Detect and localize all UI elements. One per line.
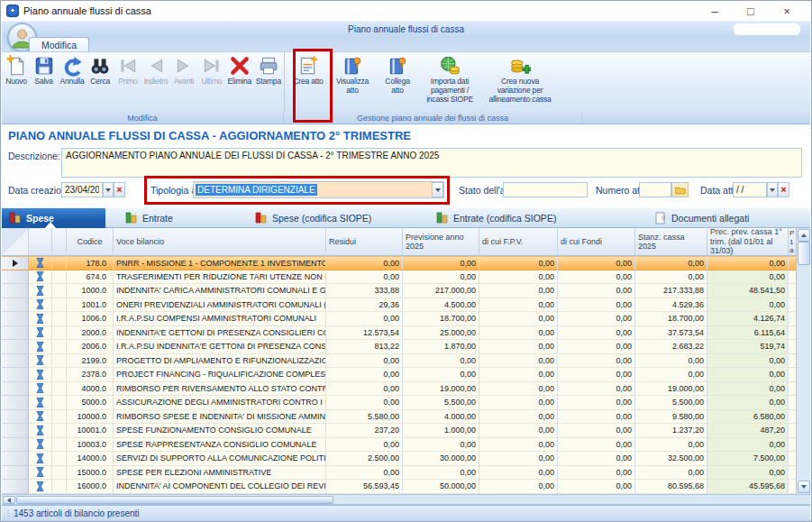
row-selector[interactable]	[2, 312, 29, 326]
tipologia-atto-dropdown-button[interactable]	[432, 182, 443, 197]
cell-fpv: 0,00	[479, 396, 558, 410]
scroll-down-button[interactable]	[798, 481, 810, 493]
cell-fondi: 0,00	[558, 382, 635, 397]
table-row[interactable]: 1001.0 ONERI PREVIDENZIALI AMMINISTRATOR…	[2, 298, 810, 313]
table-row[interactable]: 2199.0 PROGETTO DI AMPLIAMENTO E RIFUNZI…	[2, 354, 810, 369]
table-row[interactable]: 4000.0 RIMBORSO PER RIVERSAMENTO ALLO ST…	[2, 382, 810, 397]
vertical-scroll-thumb[interactable]	[798, 242, 810, 265]
status-bar: ⋮ 1453 articoli di bilancio presenti	[2, 505, 810, 520]
row-selector[interactable]	[2, 270, 29, 285]
grid-body: 178.0 PNRR - MISSIONE 1 - COMPONENTE 1 I…	[2, 256, 810, 494]
table-row[interactable]: 5000.0 ASSICURAZIONE DEGLI AMMINISTRATOR…	[2, 396, 810, 410]
scroll-left-button[interactable]	[3, 496, 15, 504]
row-selector[interactable]	[2, 326, 29, 341]
row-selector[interactable]	[2, 284, 29, 298]
row-blank-cell	[52, 424, 67, 438]
descrizione-field[interactable]: AGGIORNAMENTO PIANO ANNUALE DEI FLUSSI D…	[61, 148, 802, 178]
vertical-scrollbar[interactable]	[796, 228, 810, 494]
cell-previsione: 18.700,00	[403, 312, 479, 326]
row-selector[interactable]	[2, 256, 29, 270]
select-all-corner[interactable]	[2, 228, 29, 256]
elimina-button[interactable]: Elimina	[227, 53, 252, 88]
cell-fpv: 0,00	[479, 438, 558, 453]
data-creazione-field[interactable]	[61, 182, 103, 197]
row-icon-cell	[29, 312, 52, 326]
stato-atto-field[interactable]	[503, 182, 588, 197]
salva-button[interactable]: Salva	[32, 53, 57, 88]
cell-residui: 29,36	[326, 298, 403, 313]
scroll-up-button[interactable]	[798, 229, 810, 242]
row-selector[interactable]	[2, 438, 29, 453]
cell-residui: 0,00	[326, 256, 403, 270]
cell-voce-bilancio: RIMBORSO SPESE E INDENNITA' DI MISSIONE …	[114, 410, 326, 425]
cell-residui: 2.500,00	[326, 452, 403, 466]
row-selector[interactable]	[2, 452, 29, 466]
header-previsione[interactable]: Previsione anno 2025	[403, 228, 479, 256]
table-row[interactable]: 10003.0 SPESE RAPPRESENTANZA CONSIGLIO C…	[2, 438, 810, 453]
crea-variazione-button[interactable]: Crea nuova variazione per allineamento c…	[483, 53, 557, 105]
cerca-button[interactable]: Cerca	[87, 53, 113, 88]
data-atto-field[interactable]	[733, 182, 767, 197]
visualizza-atto-button[interactable]: Visualizza atto	[330, 53, 375, 97]
data-atto-clear-button[interactable]: ×	[778, 182, 789, 197]
horizontal-scroll-thumb[interactable]	[16, 496, 333, 504]
nuovo-button[interactable]: Nuovo	[4, 53, 29, 88]
table-row[interactable]: 14000.0 SERVIZI DI SUPPORTO ALLA COMUNIC…	[2, 452, 810, 466]
horizontal-scrollbar[interactable]	[2, 494, 810, 505]
data-creazione-clear-button[interactable]: ×	[114, 182, 125, 197]
collega-atto-button[interactable]: Collega atto	[379, 53, 416, 97]
tab-entrate-siope[interactable]: Entrate (codifica SIOPE)	[436, 208, 556, 228]
stampa-button[interactable]: Stampa	[255, 53, 282, 88]
table-row[interactable]: 16000.0 INDENNITA' AI COMPONENTI DEL COL…	[2, 480, 810, 494]
table-row[interactable]: 2378.0 PROJECT FINANCING - RIQUALIFICAZI…	[2, 368, 810, 382]
row-selector[interactable]	[2, 410, 29, 425]
header-codice[interactable]: Codice	[67, 228, 114, 256]
row-selector[interactable]	[2, 382, 29, 397]
numero-atto-field[interactable]	[639, 182, 671, 197]
row-selector[interactable]	[2, 424, 29, 438]
header-stanz-cassa[interactable]: Stanz. cassa 2025	[635, 228, 707, 256]
table-row[interactable]: 10001.0 SPESE FUNZIONAMENTO CONSIGLIO CO…	[2, 424, 810, 438]
row-selector[interactable]	[2, 466, 29, 481]
table-row[interactable]: 674.0 TRASFERIMENTI PER RIDUZIONE TARI U…	[2, 270, 810, 285]
row-selector[interactable]	[2, 354, 29, 369]
data-atto-dropdown-button[interactable]	[767, 182, 778, 197]
header-prec-prev-cassa[interactable]: Prec. prev. cassa 1° trim. (dal 01/01 al…	[707, 228, 789, 256]
tipologia-atto-combobox[interactable]: DETERMINA DIRIGENZIALE	[193, 181, 444, 198]
table-row[interactable]: 1000.0 INDENNITA' CARICA AMMINISTRATORI …	[2, 284, 810, 298]
cell-fondi: 0,00	[558, 466, 635, 481]
minimize-button[interactable]: –	[703, 5, 726, 18]
cell-codice: 10001.0	[67, 424, 114, 438]
numero-atto-browse-button[interactable]	[671, 182, 689, 197]
table-row[interactable]: 2000.0 INDENNITA'E GETTONI DI PRESENZA C…	[2, 326, 810, 341]
data-creazione-dropdown-button[interactable]	[103, 182, 114, 197]
row-selector[interactable]	[2, 368, 29, 382]
annulla-button[interactable]: Annulla	[59, 53, 85, 88]
ribbon-tab-modifica[interactable]: Modifica	[29, 37, 89, 52]
table-row[interactable]: 178.0 PNRR - MISSIONE 1 - COMPONENTE 1 I…	[2, 256, 810, 270]
header-fondi[interactable]: di cui Fondi	[558, 228, 635, 256]
header-voce-bilancio[interactable]: Voce bilancio	[114, 228, 326, 256]
row-icon-cell	[29, 270, 52, 285]
close-button[interactable]: ×	[775, 5, 798, 18]
importa-dati-siope-button[interactable]: Importa dati pagamenti / incassi SIOPE	[420, 53, 479, 105]
header-residui[interactable]: Residui	[326, 228, 403, 256]
row-selector[interactable]	[2, 480, 29, 494]
header-fpv[interactable]: di cui F.P.V.	[479, 228, 558, 256]
maximize-button[interactable]: □	[739, 5, 762, 18]
tab-spese-siope[interactable]: Spese (codifica SIOPE)	[255, 208, 371, 228]
row-selector[interactable]	[2, 298, 29, 313]
row-selector[interactable]	[2, 340, 29, 354]
cell-partial	[789, 326, 796, 341]
tab-entrate[interactable]: Entrate	[125, 208, 173, 228]
cell-previsione: 1.000,00	[403, 424, 479, 438]
crea-atto-button[interactable]: Crea atto	[290, 53, 326, 88]
row-selector[interactable]	[2, 396, 29, 410]
table-row[interactable]: 1006.0 I.R.A.P.SU COMPENSI AMMINISTRATOR…	[2, 312, 810, 326]
table-row[interactable]: 10000.0 RIMBORSO SPESE E INDENNITA' DI M…	[2, 410, 810, 425]
table-row[interactable]: 15000.0 SPESE PER ELEZIONI AMMINISTRATIV…	[2, 466, 810, 481]
row-blank-cell	[52, 298, 67, 313]
table-row[interactable]: 2006.0 I.R.A.P.SU INDENNITA'E GETTONI DI…	[2, 340, 810, 354]
cell-residui: 0,00	[326, 354, 403, 369]
tab-documenti-allegati[interactable]: Documenti allegati	[654, 208, 749, 228]
